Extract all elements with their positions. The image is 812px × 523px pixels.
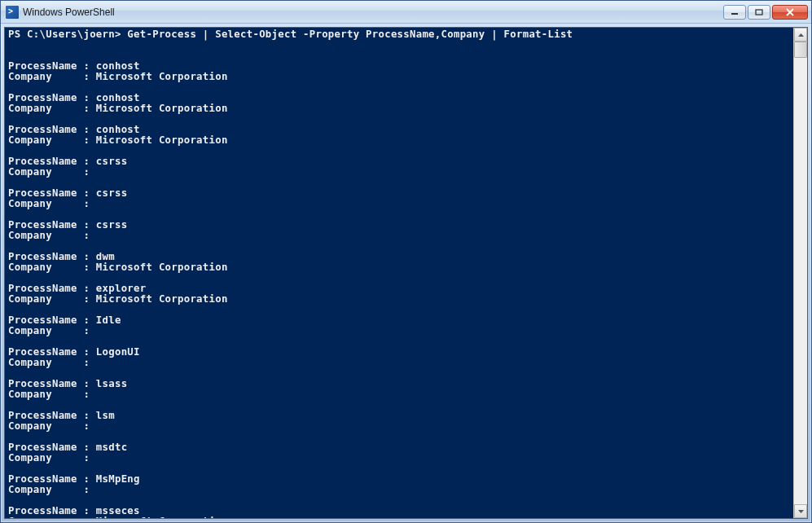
scroll-up-button[interactable]	[794, 28, 807, 42]
scroll-down-button[interactable]	[794, 504, 807, 518]
console-output[interactable]: PS C:\Users\joern> Get-Process | Select-…	[5, 28, 793, 518]
window-title: Windows PowerShell	[23, 6, 723, 19]
svg-rect-1	[756, 10, 762, 15]
maximize-button[interactable]	[748, 5, 770, 20]
console-area: PS C:\Users\joern> Get-Process | Select-…	[4, 27, 808, 519]
titlebar[interactable]: Windows PowerShell	[1, 1, 811, 24]
svg-rect-0	[731, 13, 738, 15]
maximize-icon	[755, 9, 763, 15]
scroll-track[interactable]	[794, 42, 807, 504]
vertical-scrollbar[interactable]	[793, 28, 807, 518]
powershell-window: Windows PowerShell PS C:\Users\joern> Ge…	[0, 0, 812, 523]
close-button[interactable]	[772, 5, 808, 20]
powershell-icon	[6, 6, 19, 19]
window-controls	[723, 5, 808, 20]
minimize-button[interactable]	[723, 5, 746, 20]
close-icon	[785, 8, 795, 16]
chevron-down-icon	[797, 509, 805, 514]
chevron-up-icon	[797, 33, 805, 37]
scroll-thumb[interactable]	[794, 42, 807, 58]
minimize-icon	[731, 9, 739, 15]
